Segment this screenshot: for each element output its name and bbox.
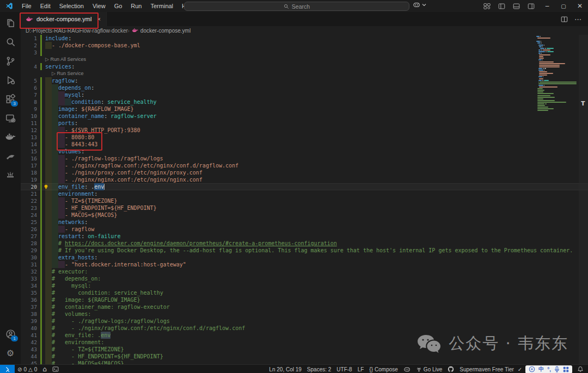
run-debug-icon[interactable]	[3, 72, 18, 88]
code-line[interactable]: 36# image: ${RAGFLOW_IMAGE}	[21, 296, 588, 303]
code-line[interactable]: 16- ./ragflow-logs:/ragflow/logs	[21, 155, 588, 162]
code-line[interactable]: 4services:	[21, 63, 588, 70]
toggle-panel-icon[interactable]	[513, 3, 520, 10]
customize-layout-icon[interactable]	[483, 3, 491, 10]
problems-button[interactable]: ⊘ 0 △ 0	[15, 365, 40, 373]
code-line[interactable]: 22- TZ=${TIMEZONE}	[21, 197, 588, 204]
code-line[interactable]: 33# depends_on:	[21, 275, 588, 282]
code-line[interactable]: 15volumes:	[21, 148, 588, 155]
code-line[interactable]: 29# If you're using Docker Desktop, the …	[21, 247, 588, 254]
code-line[interactable]: 7mysql:	[21, 91, 588, 98]
settings-gear-icon[interactable]: ⚙	[3, 345, 18, 361]
code-line[interactable]: 31- "host.docker.internal:host-gateway"	[21, 261, 588, 268]
explorer-icon[interactable]	[3, 15, 18, 31]
ime-toolbox-icon[interactable]	[563, 366, 569, 372]
menu-edit[interactable]: Edit	[36, 2, 54, 10]
code-line[interactable]: 21environment:	[21, 190, 588, 197]
menu-go[interactable]: Go	[111, 2, 126, 10]
code-line[interactable]: 39# - ./ragflow-logs:/ragflow/logs	[21, 318, 588, 325]
copilot-menu-button[interactable]	[413, 2, 426, 8]
code-line[interactable]: 40# - ./nginx/ragflow.conf:/etc/nginx/co…	[21, 325, 588, 332]
code-line[interactable]: 13- 8080:80	[21, 134, 588, 141]
code-line[interactable]: 3	[21, 49, 588, 56]
code-line[interactable]: 27restart: on-failure	[21, 233, 588, 240]
search-icon[interactable]	[3, 34, 18, 50]
toggle-secondary-sidebar-icon[interactable]	[528, 3, 535, 10]
split-editor-icon[interactable]	[561, 16, 568, 23]
code-line[interactable]: 2- ./docker-compose-base.yml	[21, 42, 588, 49]
go-live-button[interactable]: Go Live	[413, 365, 445, 373]
menu-run[interactable]: Run	[127, 2, 145, 10]
code-line[interactable]: 19- ./nginx/nginx.conf:/etc/nginx/nginx.…	[21, 176, 588, 183]
supermaven-status[interactable]: Supermaven Free Tier	[457, 365, 517, 373]
source-control-icon[interactable]	[3, 53, 18, 69]
remote-indicator-button[interactable]	[0, 365, 15, 373]
more-actions-icon[interactable]: ⋯	[574, 15, 581, 23]
code-line[interactable]: 26- ragflow	[21, 226, 588, 233]
code-line[interactable]: 38# volumes:	[21, 310, 588, 318]
code-line[interactable]: 9image: ${RAGFLOW_IMAGE}	[21, 105, 588, 113]
code-line[interactable]: 45# - MACOS=${MACOS}	[21, 360, 588, 364]
breadcrumb-item[interactable]: docker	[112, 28, 128, 34]
code-editor[interactable]: 1include:2- ./docker-compose-base.yml3▷ …	[21, 35, 588, 364]
ime-mode-icon[interactable]	[529, 366, 535, 372]
copilot-status-button[interactable]	[401, 365, 413, 373]
menu-file[interactable]: File	[18, 2, 35, 10]
minimize-button[interactable]: –	[539, 0, 555, 12]
misc-extension-icon[interactable]	[3, 167, 18, 183]
ime-microphone-icon[interactable]	[554, 366, 560, 372]
code-line[interactable]: 11ports:	[21, 120, 588, 127]
command-center-search[interactable]: Search	[184, 2, 409, 11]
menu-view[interactable]: View	[89, 2, 109, 10]
code-line[interactable]: 32# executor:	[21, 268, 588, 275]
code-line[interactable]: 17- ./nginx/ragflow.conf:/etc/nginx/conf…	[21, 162, 588, 169]
terminal-button[interactable]	[50, 365, 62, 373]
code-line[interactable]: 1include:	[21, 35, 588, 42]
eol-selector[interactable]: LF	[355, 365, 367, 373]
ime-toolbar[interactable]: 中 °,	[525, 365, 572, 373]
lightbulb-icon[interactable]	[44, 184, 48, 189]
minimap[interactable]	[536, 36, 578, 362]
notifications-bell-icon[interactable]	[574, 365, 588, 373]
indentation[interactable]: Spaces: 2	[304, 365, 334, 373]
docker-icon[interactable]	[3, 129, 18, 145]
ime-language-icon[interactable]: 中	[538, 365, 544, 373]
code-line[interactable]: 8condition: service_healthy	[21, 98, 588, 105]
cursor-position[interactable]: Ln 20, Col 19	[266, 365, 304, 373]
code-line[interactable]: 35# condition: service_healthy	[21, 289, 588, 296]
home-button[interactable]: ⌂	[40, 365, 50, 373]
maximize-button[interactable]: ▢	[555, 0, 572, 12]
github-button[interactable]	[445, 365, 457, 373]
code-line[interactable]: 14- 8443:443	[21, 141, 588, 148]
code-line[interactable]: 24- MACOS=${MACOS}	[21, 212, 588, 219]
code-line[interactable]: 10container_name: ragflow-server	[21, 113, 588, 120]
code-line[interactable]: 37# container_name: ragflow-executor	[21, 303, 588, 310]
remote-explorer-icon[interactable]	[3, 110, 18, 126]
code-line[interactable]: 6depends_on:	[21, 84, 588, 91]
code-line[interactable]: 25networks:	[21, 219, 588, 226]
menu-selection[interactable]: Selection	[56, 2, 88, 10]
encoding[interactable]: UTF-8	[334, 365, 354, 373]
codelens-action[interactable]: ▷ Run Service	[52, 70, 83, 77]
extensions-icon[interactable]: 3	[3, 91, 18, 107]
ime-punctuation-icon[interactable]: °,	[547, 366, 551, 372]
menu-terminal[interactable]: Terminal	[147, 2, 177, 10]
codelens-row[interactable]: ▷ Run Service	[21, 70, 588, 77]
code-line[interactable]: 5ragflow:	[21, 77, 588, 84]
language-mode[interactable]: {} Compose	[366, 365, 401, 373]
code-line[interactable]: 18- ./nginx/proxy.conf:/etc/nginx/proxy.…	[21, 169, 588, 176]
codelens-row[interactable]: ▷ Run All Services	[21, 56, 588, 63]
breadcrumb-file[interactable]: docker-compose.yml	[132, 28, 191, 34]
code-line[interactable]: 34# mysql:	[21, 282, 588, 289]
kangaroo-extension-icon[interactable]	[3, 148, 18, 164]
close-button[interactable]: ✕	[572, 0, 588, 12]
code-line[interactable]: 20env_file: .env	[21, 183, 588, 190]
code-line[interactable]: 23- HF_ENDPOINT=${HF_ENDPOINT}	[21, 204, 588, 212]
toggle-sidebar-icon[interactable]	[498, 3, 505, 10]
codelens-action[interactable]: ▷ Run All Services	[45, 56, 86, 63]
code-line[interactable]: 12- ${SVR_HTTP_PORT}:9380	[21, 127, 588, 134]
editor-scrollbar[interactable]	[579, 35, 588, 364]
code-line[interactable]: 28# https://docs.docker.com/engine/daemo…	[21, 240, 588, 247]
accounts-icon[interactable]: 1	[3, 326, 18, 342]
code-line[interactable]: 30extra_hosts:	[21, 254, 588, 261]
